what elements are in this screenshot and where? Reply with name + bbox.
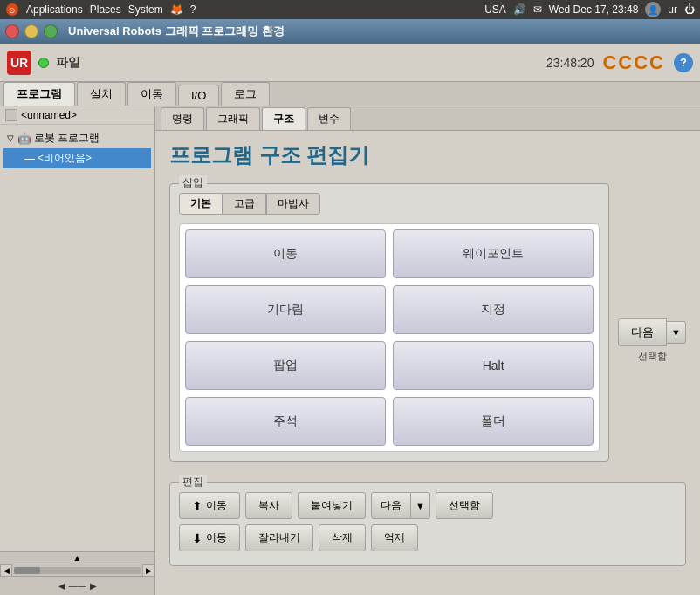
tab-program[interactable]: 프로그램 [3, 82, 75, 106]
next-button-area: 다음 ▼ 선택함 [618, 183, 686, 472]
insert-comment-button[interactable]: 주석 [185, 397, 386, 446]
tree-item-robot-program[interactable]: ▽ 🤖 로봇 프로그램 [3, 128, 151, 148]
sidebar-tree[interactable]: ▽ 🤖 로봇 프로그램 — <비어있음> [0, 125, 154, 551]
sidebar-hscroll[interactable]: ◀ ▶ [0, 564, 154, 576]
edit-row-1: ⬆ 이동 복사 붙여넣기 다음 ▼ 선택함 [179, 492, 676, 519]
sidebar-nav-buttons: ◀ —— ▶ [0, 576, 154, 595]
time-display: 23:48:20 [546, 56, 594, 70]
edit-next-split: 다음 ▼ [371, 492, 430, 519]
tree-arrow-robot: ▽ [7, 133, 14, 143]
window-title: Universal Robots 그래픽 프로그래밍 환경 [68, 24, 285, 39]
sidebar: <unnamed> ▽ 🤖 로봇 프로그램 — <비어있음> ▲ ◀ [0, 106, 155, 595]
ubuntu-icon: ⊙ [5, 3, 19, 17]
nav-dash-btn: —— [69, 581, 86, 591]
insert-wait-button[interactable]: 기다림 [185, 285, 386, 334]
tab-move[interactable]: 이동 [127, 82, 176, 106]
insert-move-button[interactable]: 이동 [185, 229, 386, 278]
system-bar-right: USA 🔊 ✉ Wed Dec 17, 23:48 👤 ur ⏻ [484, 2, 695, 17]
unnamed-row: <unnamed> [0, 106, 154, 125]
maximize-button[interactable] [44, 24, 58, 38]
help-button[interactable]: ? [674, 53, 693, 72]
unnamed-icon [5, 109, 17, 121]
edit-move-up-label: 이동 [206, 498, 227, 513]
page-content: 프로그램 구조 편집기 삽입 기본 고급 마법사 [155, 131, 700, 595]
svg-text:⊙: ⊙ [9, 6, 16, 15]
file-menu[interactable]: 파일 [56, 55, 80, 71]
edit-select-button[interactable]: 선택함 [436, 492, 493, 519]
scroll-right-arrow[interactable]: ▶ [142, 564, 154, 577]
places-menu[interactable]: Places [90, 3, 121, 16]
cccc-status: CCCC [602, 51, 665, 74]
datetime-display: Wed Dec 17, 23:48 [549, 3, 639, 16]
next-dropdown-button[interactable]: ▼ [667, 321, 686, 344]
minimize-button[interactable] [24, 24, 38, 38]
edit-cut-button[interactable]: 잘라내기 [245, 524, 313, 551]
ur-logo: UR [7, 51, 31, 75]
down-arrow-icon: ⬇ [192, 531, 202, 545]
edit-suppress-button[interactable]: 억제 [371, 524, 418, 551]
sidebar-scroll-up-area: ▲ [0, 551, 154, 564]
nav-right-btn[interactable]: ▶ [90, 581, 97, 591]
network-icon: 🔊 [513, 3, 526, 16]
dash-icon: — [24, 153, 35, 165]
scroll-up-btn[interactable]: ▲ [73, 553, 82, 563]
user-icon: 👤 [645, 2, 661, 17]
tab-setup[interactable]: 설치 [77, 82, 126, 106]
insert-section: 삽입 기본 고급 마법사 이동 웨이포인트 기다림 지정 [169, 183, 609, 462]
insert-tab-advanced[interactable]: 고급 [223, 193, 266, 215]
page-title: 프로그램 구조 편집기 [169, 141, 686, 169]
system-bar-left: ⊙ Applications Places System 🦊 ? [5, 3, 196, 17]
insert-button-grid: 이동 웨이포인트 기다림 지정 팝업 Halt 주석 폴더 [179, 223, 600, 452]
firefox-icon[interactable]: 🦊 [170, 3, 183, 16]
insert-waypoint-button[interactable]: 웨이포인트 [393, 229, 594, 278]
content-area: <unnamed> ▽ 🤖 로봇 프로그램 — <비어있음> ▲ ◀ [0, 106, 700, 595]
username-display: ur [668, 3, 677, 16]
up-arrow-icon: ⬆ [192, 499, 202, 513]
tab-io[interactable]: I/O [178, 85, 219, 106]
insert-folder-button[interactable]: 폴더 [393, 397, 594, 446]
insert-wrapper: 삽입 기본 고급 마법사 이동 웨이포인트 기다림 지정 [169, 183, 686, 472]
next-btn-row: 다음 ▼ [618, 318, 686, 346]
app-header-right: 23:48:20 CCCC ? [546, 51, 693, 74]
edit-move-down-button[interactable]: ⬇ 이동 [179, 524, 240, 551]
locale-display: USA [484, 3, 506, 16]
scroll-left-arrow[interactable]: ◀ [0, 564, 12, 577]
connection-status-dot [38, 58, 49, 68]
tree-label-empty: <비어있음> [38, 151, 92, 166]
tree-item-empty[interactable]: — <비어있음> [3, 148, 151, 168]
power-icon[interactable]: ⏻ [684, 3, 695, 16]
insert-section-container: 삽입 기본 고급 마법사 이동 웨이포인트 기다림 지정 [169, 183, 609, 472]
main-tabs: 프로그램 설치 이동 I/O 로그 [0, 82, 700, 106]
tab-log[interactable]: 로그 [221, 82, 270, 106]
title-bar: Universal Robots 그래픽 프로그래밍 환경 [0, 19, 700, 44]
h-scroll-track [14, 567, 141, 574]
edit-copy-button[interactable]: 복사 [245, 492, 292, 519]
edit-next-button[interactable]: 다음 [371, 492, 411, 519]
edit-move-up-button[interactable]: ⬆ 이동 [179, 492, 240, 519]
insert-section-label: 삽입 [179, 175, 207, 190]
help-icon[interactable]: ? [190, 3, 196, 16]
close-button[interactable] [5, 24, 19, 38]
h-scroll-thumb[interactable] [14, 567, 40, 574]
tab-graphic[interactable]: 그래픽 [206, 107, 260, 130]
app-header-left: UR 파일 [7, 51, 80, 75]
tab-command[interactable]: 명령 [161, 107, 204, 130]
nav-left-btn[interactable]: ◀ [58, 581, 65, 591]
insert-halt-button[interactable]: Halt [393, 341, 594, 390]
insert-assign-button[interactable]: 지정 [393, 285, 594, 334]
insert-tab-wizard[interactable]: 마법사 [266, 193, 320, 215]
applications-menu[interactable]: Applications [26, 3, 83, 16]
edit-move-down-label: 이동 [206, 530, 227, 545]
next-main-button[interactable]: 다음 [618, 318, 667, 346]
tab-variables[interactable]: 변수 [307, 107, 351, 130]
insert-tab-basic[interactable]: 기본 [179, 193, 223, 215]
app-header: UR 파일 23:48:20 CCCC ? [0, 44, 700, 82]
system-menu[interactable]: System [128, 3, 163, 16]
insert-popup-button[interactable]: 팝업 [185, 341, 386, 390]
edit-delete-button[interactable]: 삭제 [319, 524, 366, 551]
edit-next-dropdown[interactable]: ▼ [411, 492, 430, 519]
insert-tabs: 기본 고급 마법사 [179, 193, 600, 215]
edit-paste-button[interactable]: 붙여넣기 [298, 492, 366, 519]
edit-section: 편집 ⬆ 이동 복사 붙여넣기 다음 ▼ 선택함 ⬇ [169, 482, 686, 566]
tab-structure[interactable]: 구조 [262, 107, 305, 130]
